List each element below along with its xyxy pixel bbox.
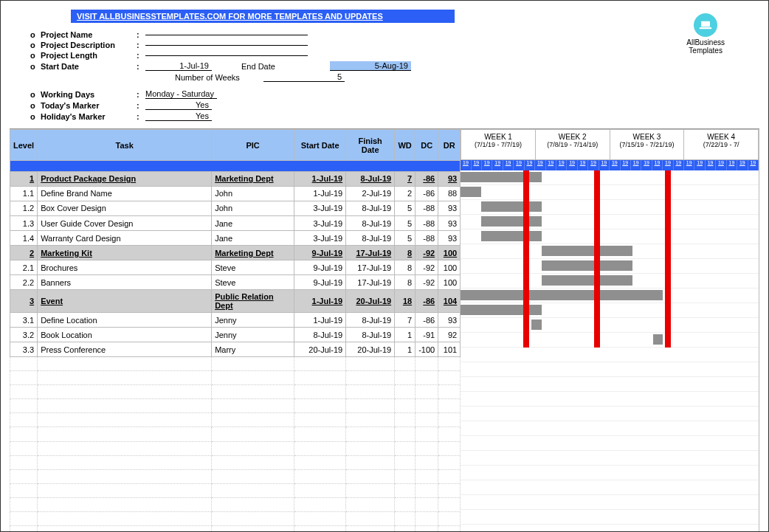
day-cell: 19	[588, 160, 599, 170]
gantt-bar[interactable]	[542, 246, 632, 256]
meta-label: Project Description	[41, 41, 137, 49]
timeline-pane: WEEK 1(7/1/19 - 7/7/19)WEEK 2(7/8/19 - 7…	[461, 129, 759, 532]
week-column: WEEK 4(7/22/19 - 7/	[684, 129, 759, 160]
column-header[interactable]: Level	[10, 130, 38, 161]
gantt-bar[interactable]	[461, 187, 480, 197]
day-header-row: 1919191919191919191919191919191919191919…	[461, 160, 759, 170]
gantt-row	[461, 274, 759, 289]
svg-rect-0	[701, 21, 710, 27]
bullet-icon: o	[30, 90, 41, 99]
day-cell: 19	[503, 160, 514, 170]
gantt-bar[interactable]	[481, 201, 542, 212]
day-cell: 19	[706, 160, 716, 170]
gantt-bar[interactable]	[461, 305, 542, 315]
day-cell: 19	[631, 160, 641, 170]
day-cell: 19	[727, 160, 737, 170]
day-cell: 19	[535, 160, 545, 170]
day-cell: 19	[578, 160, 588, 170]
day-cell: 19	[674, 160, 684, 170]
gantt-bar[interactable]	[531, 319, 542, 330]
day-cell: 19	[610, 160, 620, 170]
day-cell: 19	[684, 160, 694, 170]
day-cell: 19	[514, 160, 524, 170]
bars-area	[461, 170, 759, 532]
column-header[interactable]: Finish Date	[346, 130, 395, 161]
table-row[interactable]: 1.3User Guide Cover DesignJane 3-Jul-198…	[10, 216, 461, 231]
table-row[interactable]: 1.2Box Cover DesignJohn 3-Jul-198-Jul-19…	[10, 201, 461, 215]
table-row[interactable]: 3.3Press ConferenceMarry 20-Jul-1920-Jul…	[10, 342, 461, 357]
header-link[interactable]: VISIT ALLBUSINESSTEMPLATES.COM FOR MORE …	[71, 10, 455, 23]
gantt-row	[461, 200, 759, 215]
gantt-bar[interactable]	[481, 216, 542, 227]
column-header[interactable]: WD	[395, 130, 415, 161]
meta-value[interactable]	[145, 55, 308, 56]
day-cell: 19	[482, 160, 492, 170]
week-column: WEEK 2(7/8/19 - 7/14/19)	[536, 129, 610, 160]
table-row[interactable]: 3.2Book LocationJenny 8-Jul-198-Jul-191 …	[10, 328, 461, 342]
day-cell: 19	[492, 160, 503, 170]
logo-text-1: AllBusiness	[686, 38, 725, 46]
column-header[interactable]: DR	[438, 130, 461, 161]
gantt-row	[461, 259, 759, 274]
meta-value[interactable]	[145, 45, 308, 46]
gantt-bar[interactable]	[461, 290, 663, 300]
table-row[interactable]: 2Marketing KitMarketing Dept 9-Jul-1917-…	[10, 246, 461, 260]
meta-value-2[interactable]: 5-Aug-19	[330, 61, 411, 71]
svg-rect-1	[700, 27, 712, 29]
meta-label-2: End Date	[241, 62, 330, 71]
column-header[interactable]: Start Date	[294, 130, 346, 161]
table-row[interactable]: 3.1Define LocationJenny 1-Jul-198-Jul-19…	[10, 313, 461, 328]
meta-value[interactable]: Yes	[145, 111, 212, 121]
meta-label: Today's Marker	[41, 101, 137, 110]
gantt-row	[461, 185, 759, 200]
bullet-icon: o	[30, 30, 41, 39]
bullet-icon: o	[30, 101, 41, 110]
gantt-bar[interactable]	[542, 275, 632, 286]
day-cell: 19	[737, 160, 748, 170]
table-row[interactable]: 1.1Define Brand NameJohn 1-Jul-192-Jul-1…	[10, 186, 461, 201]
week-column: WEEK 3(7/15/19 - 7/21/19)	[610, 129, 685, 160]
meta-value[interactable]	[145, 35, 308, 35]
table-row[interactable]: 3EventPublic Relation Dept 1-Jul-1920-Ju…	[10, 290, 461, 313]
meta-value[interactable]: Yes	[145, 100, 212, 110]
gantt-bar[interactable]	[481, 231, 542, 241]
table-row[interactable]: 1Product Package DesignMarketing Dept 1-…	[10, 171, 461, 186]
day-cell: 19	[546, 160, 556, 170]
table-row[interactable]: 2.2BannersSteve 9-Jul-1917-Jul-198 -9210…	[10, 275, 461, 290]
holiday-marker	[523, 170, 529, 348]
task-table: LevelTaskPICStart DateFinish DateWDDCDR …	[10, 129, 461, 532]
gantt-row	[461, 303, 759, 318]
column-header[interactable]: PIC	[212, 130, 294, 161]
meta-value-2[interactable]: 5	[263, 72, 345, 82]
meta-label: Project Length	[41, 51, 137, 60]
day-cell: 19	[621, 160, 631, 170]
gantt-bar[interactable]	[461, 172, 542, 182]
meta-value[interactable]: 1-Jul-19	[145, 61, 212, 71]
column-header[interactable]: DC	[415, 130, 438, 161]
day-cell: 19	[525, 160, 535, 170]
gantt-row	[461, 244, 759, 259]
day-cell: 19	[663, 160, 673, 170]
gantt-bar[interactable]	[653, 334, 663, 345]
logo-text-2: Templates	[686, 46, 725, 55]
gantt-row	[461, 318, 759, 333]
gantt-bar[interactable]	[542, 260, 632, 271]
week-header: WEEK 1(7/1/19 - 7/7/19)WEEK 2(7/8/19 - 7…	[461, 129, 759, 160]
bullet-icon: o	[30, 51, 41, 60]
week-column: WEEK 1(7/1/19 - 7/7/19)	[461, 129, 536, 160]
gantt-chart: LevelTaskPICStart DateFinish DateWDDCDR …	[10, 128, 759, 532]
table-row[interactable]: 1.4Warranty Card DesignJane 3-Jul-198-Ju…	[10, 231, 461, 246]
gantt-row	[461, 333, 759, 348]
meta-value[interactable]: Monday - Saturday	[145, 89, 217, 99]
gantt-row	[461, 170, 759, 185]
meta-label: Start Date	[41, 62, 137, 71]
meta-label: Working Days	[41, 90, 137, 99]
gantt-row	[461, 289, 759, 303]
table-row[interactable]: 2.1BrochuresSteve 9-Jul-1917-Jul-198 -92…	[10, 260, 461, 275]
meta-label: Project Name	[41, 30, 137, 39]
day-cell: 19	[599, 160, 610, 170]
day-cell: 19	[472, 160, 482, 170]
column-header[interactable]: Task	[38, 130, 212, 161]
bullet-icon: o	[30, 112, 41, 121]
project-meta: o Project Name : o Project Description :…	[30, 30, 768, 121]
